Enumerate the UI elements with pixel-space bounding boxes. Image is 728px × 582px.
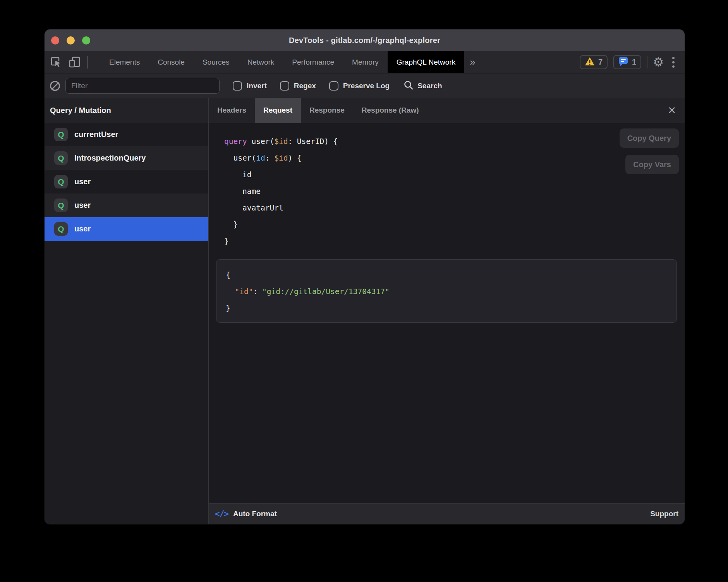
filter-bar: Invert Regex Preserve Log Search <box>45 73 685 98</box>
list-item-introspectionquery[interactable]: Q IntrospectionQuery <box>45 146 208 170</box>
tab-performance[interactable]: Performance <box>283 51 343 73</box>
support-link[interactable]: Support <box>650 510 678 518</box>
window-title: DevTools - gitlab.com/-/graphql-explorer <box>289 36 440 45</box>
request-detail-panel: Headers Request Response Response (Raw) … <box>208 98 685 524</box>
close-icon: ✕ <box>668 104 676 116</box>
minimize-window-button[interactable] <box>67 36 75 45</box>
request-body: query user($id: UserID) { user(id: $id) … <box>209 123 685 503</box>
code-brackets-icon: </> <box>215 509 228 519</box>
detail-tab-bar: Headers Request Response Response (Raw) … <box>209 98 685 123</box>
query-variables-box: { "id": "gid://gitlab/User/13704317"} <box>216 259 677 323</box>
message-count: 1 <box>632 58 636 67</box>
graphql-query-code: query user($id: UserID) { user(id: $id) … <box>224 133 338 250</box>
toolbar-right-divider <box>647 56 647 68</box>
toolbar-divider <box>87 56 88 68</box>
search-icon <box>403 80 414 92</box>
checkbox-icon <box>233 81 242 91</box>
query-type-icon: Q <box>54 151 68 165</box>
more-tabs-button[interactable]: » <box>464 51 481 73</box>
panel-tabs: Elements Console Sources Network Perform… <box>100 51 464 73</box>
regex-checkbox[interactable]: Regex <box>280 81 316 91</box>
list-item-currentuser[interactable]: Q currentUser <box>45 123 208 146</box>
tab-response[interactable]: Response <box>301 98 353 123</box>
preserve-log-checkbox[interactable]: Preserve Log <box>329 81 390 91</box>
tab-response-raw[interactable]: Response (Raw) <box>353 98 428 123</box>
query-list-header: Query / Mutation <box>45 98 208 123</box>
title-bar: DevTools - gitlab.com/-/graphql-explorer <box>45 29 685 51</box>
traffic-lights <box>51 29 90 51</box>
chevron-double-right-icon: » <box>470 56 475 68</box>
warning-count: 7 <box>598 58 603 67</box>
query-type-icon: Q <box>54 128 68 141</box>
copy-query-button[interactable]: Copy Query <box>620 128 679 148</box>
query-list-panel: Query / Mutation Q currentUser Q Introsp… <box>45 98 208 524</box>
zoom-window-button[interactable] <box>82 36 90 45</box>
tab-graphql-network[interactable]: GraphQL Network <box>388 51 464 73</box>
device-toolbar-icon[interactable] <box>68 56 81 68</box>
more-options-icon[interactable] <box>669 57 678 68</box>
tab-network[interactable]: Network <box>239 51 283 73</box>
inspect-element-icon[interactable] <box>50 56 62 68</box>
warning-triangle-icon <box>585 57 595 67</box>
checkbox-icon <box>329 81 338 91</box>
auto-format-button[interactable]: </> Auto Format <box>215 509 277 519</box>
devtools-toolbar: Elements Console Sources Network Perform… <box>45 51 685 73</box>
tab-headers[interactable]: Headers <box>209 98 255 123</box>
invert-checkbox[interactable]: Invert <box>233 81 267 91</box>
chat-bubble-icon <box>618 56 628 68</box>
tab-request[interactable]: Request <box>255 98 301 123</box>
search-button[interactable]: Search <box>403 80 442 92</box>
list-item-user-3[interactable]: Q user <box>45 217 208 241</box>
list-item-user-1[interactable]: Q user <box>45 170 208 193</box>
query-variables-code: { "id": "gid://gitlab/User/13704317"} <box>226 267 667 317</box>
messages-badge[interactable]: 1 <box>613 55 641 69</box>
checkbox-icon <box>280 81 289 91</box>
query-type-icon: Q <box>54 175 68 188</box>
devtools-window: DevTools - gitlab.com/-/graphql-explorer… <box>45 29 685 524</box>
tab-sources[interactable]: Sources <box>194 51 239 73</box>
close-panel-button[interactable]: ✕ <box>664 98 679 123</box>
query-type-icon: Q <box>54 199 68 212</box>
tab-console[interactable]: Console <box>149 51 194 73</box>
tab-elements[interactable]: Elements <box>100 51 149 73</box>
clear-icon[interactable] <box>50 81 60 91</box>
query-type-icon: Q <box>54 222 68 236</box>
close-window-button[interactable] <box>51 36 59 45</box>
tab-memory[interactable]: Memory <box>343 51 388 73</box>
detail-footer: </> Auto Format Support <box>209 503 685 524</box>
list-item-user-2[interactable]: Q user <box>45 193 208 217</box>
copy-vars-button[interactable]: Copy Vars <box>625 155 679 174</box>
settings-gear-icon[interactable]: ⚙ <box>653 56 664 68</box>
warnings-badge[interactable]: 7 <box>580 55 608 69</box>
filter-input[interactable] <box>65 78 220 94</box>
